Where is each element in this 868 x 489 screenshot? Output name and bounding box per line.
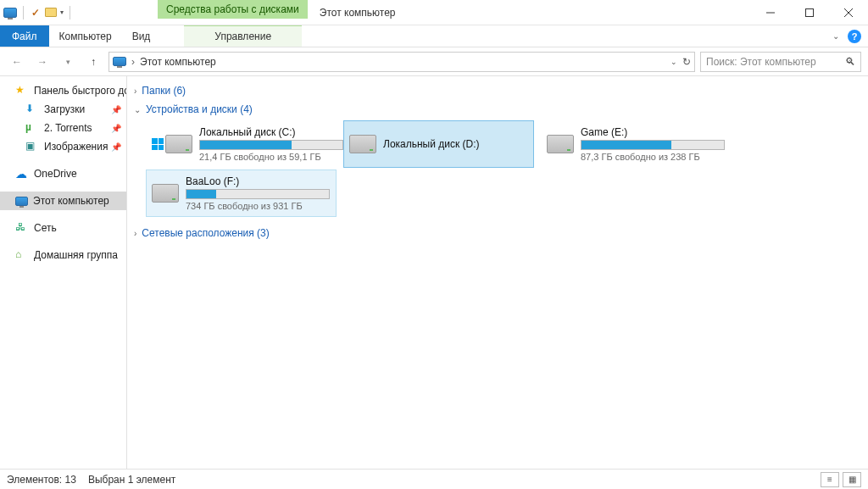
drive-info: BaaLoo (F:)734 ГБ свободно из 931 ГБ <box>186 175 331 211</box>
sidebar-item-label: 2. Torrents <box>44 122 92 134</box>
drive-free-text: 21,4 ГБ свободно из 59,1 ГБ <box>199 152 343 162</box>
titlebar-spacer <box>408 0 752 25</box>
refresh-icon[interactable]: ↻ <box>682 56 691 68</box>
tab-manage[interactable]: Управление <box>184 25 302 47</box>
file-tab[interactable]: Файл <box>0 25 49 47</box>
status-bar: Элементов: 13 Выбран 1 элемент ≡ ▦ <box>0 469 868 489</box>
back-button[interactable]: ← <box>7 52 27 72</box>
forward-button[interactable]: → <box>32 52 53 72</box>
drive-free-text: 734 ГБ свободно из 931 ГБ <box>186 201 331 211</box>
drive-item[interactable]: Локальный диск (D:) <box>343 120 534 168</box>
sidebar-network[interactable]: 🖧 Сеть <box>0 219 126 237</box>
status-items: Элементов: 13 <box>7 474 76 486</box>
status-selected: Выбран 1 элемент <box>88 474 175 486</box>
drive-name: Локальный диск (D:) <box>383 138 528 150</box>
up-button[interactable]: ↑ <box>83 52 103 72</box>
windows-logo-icon <box>152 138 164 150</box>
drive-icon <box>152 184 179 203</box>
pin-icon: 📌 <box>111 142 121 152</box>
address-bar-right: ⌄ ↻ <box>670 56 691 68</box>
drive-icon <box>547 135 574 153</box>
window-title: Этот компьютер <box>308 0 408 25</box>
chevron-down-icon[interactable]: ⌄ <box>134 105 141 114</box>
properties-icon[interactable]: ✓ <box>28 5 43 20</box>
capacity-fill <box>200 141 292 149</box>
sidebar-item-torrents[interactable]: µ 2. Torrents 📌 <box>0 119 126 137</box>
details-view-button[interactable]: ≡ <box>821 472 839 487</box>
group-label: Сетевые расположения (3) <box>142 227 269 239</box>
close-button[interactable] <box>829 0 868 25</box>
help-icon[interactable]: ? <box>848 30 861 43</box>
breadcrumb-sep: › <box>131 56 135 68</box>
search-input[interactable]: Поиск: Этот компьютер 🔍︎ <box>700 52 861 72</box>
capacity-fill <box>581 141 671 149</box>
chevron-right-icon[interactable]: › <box>134 229 136 238</box>
sidebar-this-pc[interactable]: Этот компьютер <box>0 192 126 210</box>
maximize-button[interactable] <box>790 0 829 25</box>
ribbon-right: ⌄ ? <box>832 25 868 47</box>
utorrent-icon: µ <box>25 121 39 135</box>
capacity-bar <box>199 140 343 150</box>
search-icon[interactable]: 🔍︎ <box>845 56 855 68</box>
drive-icon <box>165 135 192 153</box>
drive-item[interactable]: BaaLoo (F:)734 ГБ свободно из 931 ГБ <box>146 169 337 217</box>
pin-icon: 📌 <box>111 124 121 133</box>
cloud-icon: ☁ <box>15 167 29 181</box>
sidebar-homegroup[interactable]: ⌂ Домашняя группа <box>0 246 126 264</box>
search-placeholder: Поиск: Этот компьютер <box>706 56 816 68</box>
sidebar-onedrive[interactable]: ☁ OneDrive <box>0 164 126 183</box>
navigation-bar: ← → ▾ ↑ › Этот компьютер ⌄ ↻ Поиск: Этот… <box>0 47 868 76</box>
drive-icon <box>349 135 376 153</box>
sidebar-label: Сеть <box>34 222 57 234</box>
drive-info: Локальный диск (C:)21,4 ГБ свободно из 5… <box>199 126 343 162</box>
breadcrumb-location[interactable]: Этот компьютер <box>140 56 216 68</box>
group-drives[interactable]: ⌄ Устройства и диски (4) <box>134 100 861 119</box>
network-icon: 🖧 <box>15 221 29 235</box>
drive-item[interactable]: Локальный диск (C:)21,4 ГБ свободно из 5… <box>146 120 337 168</box>
address-bar[interactable]: › Этот компьютер ⌄ ↻ <box>108 52 695 72</box>
minimize-button[interactable] <box>751 0 790 25</box>
drive-item[interactable]: Game (E:)87,3 ГБ свободно из 238 ГБ <box>541 120 732 168</box>
ribbon-collapse-icon[interactable]: ⌄ <box>832 31 839 41</box>
drive-info: Game (E:)87,3 ГБ свободно из 238 ГБ <box>581 126 726 162</box>
app-icon[interactable] <box>3 8 17 18</box>
new-folder-icon[interactable] <box>45 8 57 17</box>
window-controls <box>751 0 868 25</box>
drive-name: Локальный диск (C:) <box>199 126 343 138</box>
homegroup-icon: ⌂ <box>15 248 29 262</box>
qat-dropdown-icon[interactable]: ▾ <box>58 8 65 16</box>
drives-container: Локальный диск (C:)21,4 ГБ свободно из 5… <box>134 119 861 224</box>
quick-access-toolbar: ✓ ▾ <box>0 0 73 25</box>
tiles-view-button[interactable]: ▦ <box>843 472 861 487</box>
contextual-tab-group: Средства работы с дисками <box>158 0 308 19</box>
drive-name: BaaLoo (F:) <box>186 175 331 187</box>
sidebar-item-label: Изображения <box>44 141 108 153</box>
capacity-fill <box>186 190 216 198</box>
group-network-locations[interactable]: › Сетевые расположения (3) <box>134 224 861 242</box>
address-dropdown-icon[interactable]: ⌄ <box>670 58 677 66</box>
sidebar-item-downloads[interactable]: ⬇ Загрузки 📌 <box>0 100 126 119</box>
sidebar-quick-access[interactable]: ★ Панель быстрого доступа <box>0 81 126 100</box>
drive-info: Локальный диск (D:) <box>383 138 528 150</box>
chevron-right-icon[interactable]: › <box>134 86 136 96</box>
drive-free-text: 87,3 ГБ свободно из 238 ГБ <box>581 152 726 162</box>
capacity-bar <box>581 140 725 150</box>
group-label: Папки (6) <box>142 85 186 97</box>
ribbon: Файл Компьютер Вид Управление ⌄ ? <box>0 25 868 47</box>
content-pane[interactable]: › Папки (6) ⌄ Устройства и диски (4) Лок… <box>127 76 868 469</box>
qat-separator <box>23 6 24 19</box>
sidebar-label: OneDrive <box>34 168 77 180</box>
main-area: ★ Панель быстрого доступа ⬇ Загрузки 📌 µ… <box>0 76 868 469</box>
sidebar-label: Домашняя группа <box>34 249 118 261</box>
location-icon <box>113 57 126 66</box>
group-folders[interactable]: › Папки (6) <box>134 81 861 100</box>
pin-icon: 📌 <box>111 105 121 114</box>
sidebar-item-images[interactable]: ▣ Изображения 📌 <box>0 137 126 156</box>
recent-locations-icon[interactable]: ▾ <box>58 52 78 72</box>
svg-rect-1 <box>806 8 814 16</box>
tab-view[interactable]: Вид <box>122 25 161 47</box>
capacity-bar <box>186 189 330 199</box>
images-icon: ▣ <box>25 140 39 153</box>
tab-computer[interactable]: Компьютер <box>49 25 122 47</box>
navigation-pane[interactable]: ★ Панель быстрого доступа ⬇ Загрузки 📌 µ… <box>0 76 127 469</box>
